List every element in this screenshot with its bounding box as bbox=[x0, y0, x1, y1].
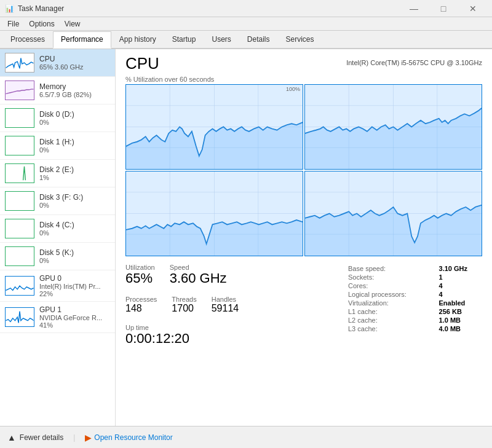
disk1-stats: 0% bbox=[39, 146, 110, 154]
cpu-chart-2 bbox=[304, 84, 482, 170]
disk5-info: Disk 5 (K:) 0% bbox=[39, 248, 110, 264]
sidebar-item-disk0[interactable]: Disk 0 (D:) 0% bbox=[0, 104, 115, 132]
sidebar-item-disk4[interactable]: Disk 4 (C:) 0% bbox=[0, 215, 115, 243]
spec-l1: L1 cache: 256 KB bbox=[348, 308, 481, 315]
gpu1-model: NVIDIA GeForce R... bbox=[39, 314, 110, 321]
fewer-details-icon: ▲ bbox=[7, 433, 16, 442]
svg-rect-0 bbox=[6, 81, 34, 100]
virt-value: Enabled bbox=[439, 299, 481, 307]
footer: ▲ Fewer details | ▶ Open Resource Monito… bbox=[0, 426, 492, 448]
gpu0-label: GPU 0 bbox=[39, 274, 110, 283]
utilization-value: 65% bbox=[125, 271, 155, 286]
threads-value: 1700 bbox=[172, 303, 196, 314]
utilization-group: Utilization 65% bbox=[125, 264, 155, 286]
proc-thread-handle-row: Processes 148 Threads 1700 Handles 59114 bbox=[125, 296, 347, 319]
tab-details[interactable]: Details bbox=[239, 31, 278, 49]
sidebar-item-gpu1[interactable]: GPU 1 NVIDIA GeForce R... 41% bbox=[0, 302, 115, 333]
resource-monitor-label: Open Resource Monitor bbox=[94, 433, 172, 442]
tab-services[interactable]: Services bbox=[278, 31, 322, 49]
logical-label: Logical processors: bbox=[348, 291, 438, 298]
cpu-charts-grid: 100% bbox=[125, 84, 482, 256]
disk2-info: Disk 2 (E:) 1% bbox=[39, 165, 110, 181]
spec-l3: L3 cache: 4.0 MB bbox=[348, 325, 481, 332]
tab-users[interactable]: Users bbox=[204, 31, 239, 49]
cpu-info: CPU 65% 3.60 GHz bbox=[39, 55, 110, 71]
disk3-label: Disk 3 (F: G:) bbox=[39, 193, 110, 202]
processes-value: 148 bbox=[125, 303, 157, 314]
stats-left: Utilization 65% Speed 3.60 GHz Processes… bbox=[125, 264, 347, 351]
speed-group: Speed 3.60 GHz bbox=[170, 264, 227, 286]
disk4-label: Disk 4 (C:) bbox=[39, 221, 110, 229]
tab-apphistory[interactable]: App history bbox=[111, 31, 164, 49]
memory-info: Memory 6.5/7.9 GB (82%) bbox=[39, 82, 110, 98]
disk3-stats: 0% bbox=[39, 202, 110, 209]
handles-label: Handles bbox=[212, 296, 239, 303]
gpu0-info: GPU 0 Intel(R) Iris(TM) Pr... 22% bbox=[39, 274, 110, 297]
disk1-thumb bbox=[5, 136, 34, 155]
sidebar-item-disk3[interactable]: Disk 3 (F: G:) 0% bbox=[0, 187, 115, 215]
tab-processes[interactable]: Processes bbox=[2, 31, 53, 49]
disk0-stats: 0% bbox=[39, 119, 110, 126]
cpu-chart-4 bbox=[304, 171, 482, 256]
sockets-label: Sockets: bbox=[348, 273, 438, 281]
footer-separator: | bbox=[73, 433, 75, 442]
gpu0-stats: 22% bbox=[39, 290, 110, 297]
cpu-chart-3 bbox=[125, 171, 303, 256]
spec-logical: Logical processors: 4 bbox=[348, 291, 481, 298]
threads-group: Threads 1700 bbox=[172, 296, 196, 314]
processes-group: Processes 148 bbox=[125, 296, 157, 314]
tab-startup[interactable]: Startup bbox=[164, 31, 204, 49]
l3-label: L3 cache: bbox=[348, 325, 438, 332]
speed-value: 3.60 GHz bbox=[170, 271, 227, 286]
sidebar-item-cpu[interactable]: CPU 65% 3.60 GHz bbox=[0, 49, 115, 77]
cpu-title: CPU bbox=[125, 54, 159, 73]
cores-value: 4 bbox=[439, 282, 481, 289]
gpu1-stats: 41% bbox=[39, 321, 110, 329]
menu-options[interactable]: Options bbox=[24, 18, 59, 29]
cpu-chart-1: 100% bbox=[125, 84, 303, 170]
disk0-thumb bbox=[5, 108, 34, 128]
menu-view[interactable]: View bbox=[60, 18, 85, 29]
memory-stats: 6.5/7.9 GB (82%) bbox=[39, 91, 110, 98]
gpu1-thumb bbox=[5, 307, 34, 327]
titlebar: 📊 Task Manager — □ ✕ bbox=[0, 0, 492, 17]
sidebar-item-memory[interactable]: Memory 6.5/7.9 GB (82%) bbox=[0, 77, 115, 104]
menubar: File Options View bbox=[0, 17, 492, 31]
handles-group: Handles 59114 bbox=[212, 296, 239, 314]
disk5-label: Disk 5 (K:) bbox=[39, 248, 110, 257]
tab-performance[interactable]: Performance bbox=[53, 31, 111, 49]
main-area: CPU 65% 3.60 GHz Memory 6.5/7.9 GB (82%)… bbox=[0, 49, 492, 426]
minimize-button[interactable]: — bbox=[400, 2, 428, 15]
sidebar-item-disk5[interactable]: Disk 5 (K:) 0% bbox=[0, 243, 115, 270]
disk5-thumb bbox=[5, 246, 34, 266]
disk4-info: Disk 4 (C:) 0% bbox=[39, 221, 110, 237]
maximize-button[interactable]: □ bbox=[429, 2, 458, 15]
cpu-thumb bbox=[5, 53, 34, 73]
menu-file[interactable]: File bbox=[2, 18, 24, 29]
cpu-content: CPU Intel(R) Core(TM) i5-5675C CPU @ 3.1… bbox=[116, 49, 492, 426]
gpu0-thumb bbox=[5, 276, 34, 296]
gpu0-model: Intel(R) Iris(TM) Pr... bbox=[39, 283, 110, 290]
stats-area: Utilization 65% Speed 3.60 GHz Processes… bbox=[125, 264, 482, 351]
resource-monitor-link[interactable]: ▶ Open Resource Monitor bbox=[85, 433, 172, 442]
chart1-max: 100% bbox=[286, 86, 300, 92]
cpu-header: CPU Intel(R) Core(TM) i5-5675C CPU @ 3.1… bbox=[125, 54, 482, 73]
disk2-label: Disk 2 (E:) bbox=[39, 165, 110, 174]
specs-table: Base speed: 3.10 GHz Sockets: 1 Cores: 4… bbox=[347, 264, 482, 334]
l1-label: L1 cache: bbox=[348, 308, 438, 315]
spec-cores: Cores: 4 bbox=[348, 282, 481, 289]
basespeed-value: 3.10 GHz bbox=[439, 265, 481, 272]
close-button[interactable]: ✕ bbox=[459, 2, 487, 15]
handles-value: 59114 bbox=[212, 303, 239, 314]
virt-label: Virtualization: bbox=[348, 299, 438, 307]
sidebar-item-disk1[interactable]: Disk 1 (H:) 0% bbox=[0, 132, 115, 160]
memory-thumb bbox=[5, 81, 34, 100]
sidebar-item-disk2[interactable]: Disk 2 (E:) 1% bbox=[0, 160, 115, 187]
disk1-label: Disk 1 (H:) bbox=[39, 138, 110, 146]
sidebar-item-gpu0[interactable]: GPU 0 Intel(R) Iris(TM) Pr... 22% bbox=[0, 270, 115, 302]
fewer-details-button[interactable]: ▲ Fewer details bbox=[7, 433, 63, 442]
stats-right: Base speed: 3.10 GHz Sockets: 1 Cores: 4… bbox=[347, 264, 482, 351]
l1-value: 256 KB bbox=[439, 308, 481, 315]
cpu-label: CPU bbox=[39, 55, 110, 63]
l3-value: 4.0 MB bbox=[439, 325, 481, 332]
